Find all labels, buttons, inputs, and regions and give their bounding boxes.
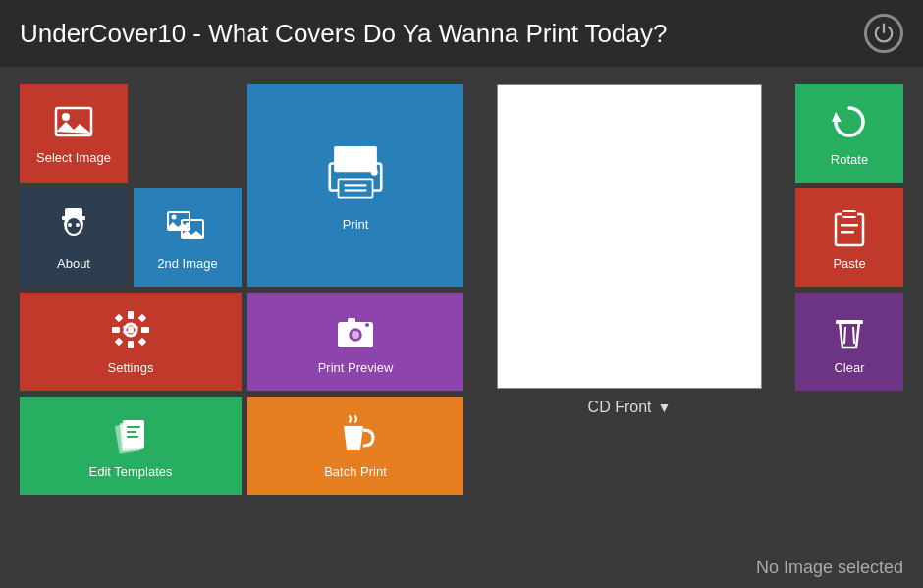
- svg-rect-28: [123, 326, 138, 329]
- app-header: UnderCover10 - What Covers Do Ya Wanna P…: [0, 0, 923, 67]
- clear-tile[interactable]: Clear: [795, 293, 903, 391]
- print-preview-icon: [334, 308, 377, 354]
- second-image-tile[interactable]: 2nd Image: [134, 188, 242, 287]
- select-image-tile[interactable]: Select Image: [20, 84, 128, 183]
- preview-area: CD Front ▼: [479, 84, 780, 578]
- svg-rect-4: [339, 179, 373, 197]
- about-icon: [52, 204, 95, 250]
- svg-point-1: [62, 113, 70, 121]
- svg-rect-2: [334, 146, 377, 172]
- svg-rect-47: [836, 320, 863, 324]
- batch-print-label: Batch Print: [324, 464, 387, 479]
- print-preview-label: Print Preview: [318, 360, 394, 375]
- svg-point-34: [365, 323, 369, 327]
- edit-templates-tile[interactable]: Edit Templates: [20, 397, 242, 495]
- main-content: Select Image Print: [0, 67, 923, 588]
- right-panel: Rotate Paste: [795, 84, 903, 578]
- status-bar: No Image selected: [756, 558, 903, 578]
- dropdown-arrow-icon: ▼: [658, 400, 672, 415]
- image-icon: [54, 102, 93, 144]
- svg-rect-29: [123, 331, 135, 334]
- rotate-label: Rotate: [831, 152, 868, 167]
- power-icon: [873, 22, 895, 46]
- svg-rect-40: [127, 436, 138, 438]
- cd-front-label: CD Front: [588, 399, 652, 416]
- svg-rect-10: [65, 208, 82, 218]
- svg-rect-46: [842, 212, 857, 216]
- svg-rect-37: [123, 420, 144, 448]
- select-image-label: Select Image: [36, 150, 111, 165]
- printer-icon: [321, 139, 390, 211]
- edit-templates-icon: [109, 412, 152, 458]
- svg-point-17: [186, 223, 190, 228]
- paste-icon: [828, 204, 871, 250]
- settings-label: Settings: [108, 360, 154, 375]
- svg-rect-39: [127, 431, 136, 433]
- clear-label: Clear: [834, 360, 864, 375]
- clear-icon: [828, 308, 871, 354]
- preview-canvas: [497, 84, 762, 389]
- about-label: About: [57, 256, 90, 271]
- tiles-grid: Select Image Print: [20, 84, 463, 578]
- batch-print-tile[interactable]: Batch Print: [247, 397, 463, 495]
- svg-rect-23: [141, 327, 149, 333]
- svg-rect-27: [138, 338, 146, 346]
- svg-line-48: [844, 327, 845, 344]
- app-title: UnderCover10 - What Covers Do Ya Wanna P…: [20, 19, 667, 49]
- about-tile[interactable]: About: [20, 188, 128, 287]
- settings-icon: [109, 308, 152, 354]
- second-image-icon: [166, 204, 209, 250]
- no-image-status: No Image selected: [756, 558, 903, 577]
- print-tile[interactable]: Print: [247, 84, 463, 287]
- svg-rect-26: [115, 338, 123, 346]
- edit-templates-label: Edit Templates: [88, 464, 172, 479]
- svg-rect-44: [841, 224, 858, 227]
- svg-rect-33: [348, 318, 355, 324]
- svg-line-49: [853, 327, 854, 344]
- rotate-icon: [828, 100, 871, 146]
- print-preview-tile[interactable]: Print Preview: [247, 293, 463, 391]
- svg-rect-22: [112, 327, 120, 333]
- svg-rect-24: [115, 314, 123, 322]
- svg-rect-38: [127, 426, 140, 428]
- svg-rect-45: [841, 231, 854, 234]
- rotate-tile[interactable]: Rotate: [795, 84, 903, 183]
- settings-tile[interactable]: Settings: [20, 293, 242, 391]
- svg-rect-42: [836, 214, 863, 245]
- paste-tile[interactable]: Paste: [795, 188, 903, 287]
- svg-marker-41: [832, 112, 842, 122]
- svg-rect-25: [138, 314, 146, 322]
- svg-point-12: [68, 223, 72, 227]
- paste-label: Paste: [833, 256, 865, 271]
- svg-rect-21: [128, 341, 134, 348]
- print-label: Print: [343, 217, 369, 232]
- svg-rect-20: [128, 311, 134, 319]
- cd-front-dropdown[interactable]: CD Front ▼: [588, 399, 672, 416]
- svg-point-15: [172, 215, 177, 220]
- svg-point-13: [76, 223, 80, 227]
- svg-point-5: [371, 169, 378, 176]
- power-button[interactable]: [864, 14, 903, 53]
- second-image-label: 2nd Image: [157, 256, 217, 271]
- svg-point-32: [352, 331, 359, 339]
- batch-print-icon: [334, 412, 377, 458]
